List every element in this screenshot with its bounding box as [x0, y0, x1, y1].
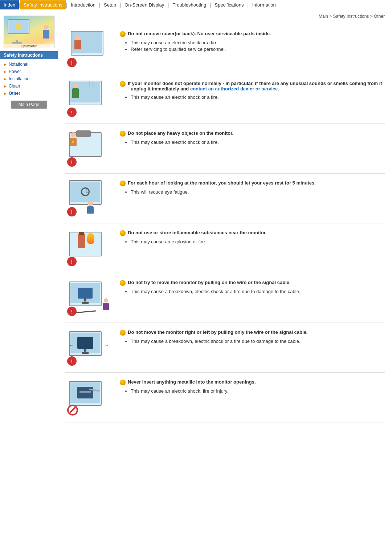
nav-index[interactable]: Index	[0, 0, 19, 9]
figure-2: !	[67, 81, 111, 117]
figure-7: ← → !	[67, 329, 111, 366]
section-text-5: Do not use or store inflammable substanc…	[120, 230, 385, 246]
gold-dot-icon	[120, 31, 126, 37]
arrow-icon: ►	[4, 70, 7, 74]
navbar: Index | Safety Instructions | Introducti…	[0, 0, 392, 10]
sidebar-image: SyncMaster	[4, 16, 54, 48]
figure-1: !	[67, 31, 111, 67]
figure-3: ✋ !	[67, 130, 111, 167]
bullet-list-4: This will reduce eye fatigue.	[131, 189, 385, 195]
section-item-4: ! For each hour of looking at the monito…	[65, 174, 385, 223]
breadcrumb: Main > Safety Instructions > Other	[65, 14, 385, 19]
nav-setup[interactable]: Setup	[100, 0, 120, 9]
nav-troubleshooting[interactable]: Troubleshooting	[169, 0, 210, 9]
section-image-7: ← → !	[65, 329, 113, 366]
section-title-5: Do not use or store inflammable substanc…	[120, 230, 385, 236]
bullet-item: Refer servicing to qualified service per…	[131, 46, 385, 52]
bullet-item: This may cause an explosion or fire.	[131, 239, 385, 244]
gold-dot-icon	[120, 81, 126, 87]
main-page-button[interactable]: Main Page	[11, 101, 47, 109]
section-item-1: ! Do not remove cover(or back). No user …	[65, 24, 385, 74]
section-title-6: Do not try to move the monitor by pullin…	[120, 280, 385, 286]
section-image-6: !	[65, 280, 113, 316]
page-layout: SyncMaster Safety Instructions ► Notatio…	[0, 10, 392, 551]
sidebar-link-clean[interactable]: ► Clean	[0, 82, 58, 90]
section-image-1: !	[65, 31, 113, 67]
bullet-list-1: This may cause an electric shock or a fi…	[131, 40, 385, 52]
section-title-1: Do not remove cover(or back). No user se…	[120, 31, 385, 37]
main-content: Main > Safety Instructions > Other !	[58, 10, 392, 551]
sidebar-link-notational[interactable]: ► Notational	[0, 61, 58, 68]
sidebar-link-installation[interactable]: ► Installation	[0, 75, 58, 82]
section-text-6: Do not try to move the monitor by pullin…	[120, 280, 385, 295]
section-item-7: ← → ! Do not move the monitor right or l…	[65, 323, 385, 373]
gold-dot-icon	[120, 181, 126, 186]
gold-dot-icon	[120, 131, 126, 137]
section-image-4: !	[65, 180, 113, 216]
sidebar-link-other[interactable]: ► Other	[0, 90, 58, 97]
arrow-icon: ►	[4, 77, 7, 81]
section-title-8: Never insert anything metallic into the …	[120, 379, 385, 385]
gold-dot-icon	[120, 230, 126, 236]
gold-dot-icon	[120, 280, 126, 286]
figure-8	[67, 379, 111, 416]
figure-5: !	[67, 230, 111, 266]
gold-dot-icon	[120, 330, 126, 336]
nav-safety[interactable]: Safety Instructions	[20, 0, 66, 9]
bullet-item: This will reduce eye fatigue.	[131, 189, 385, 195]
nav-information[interactable]: Information	[249, 0, 279, 9]
bullet-list-5: This may cause an explosion or fire.	[131, 239, 385, 244]
figure-6: !	[67, 280, 111, 316]
section-text-4: For each hour of looking at the monitor,…	[120, 180, 385, 196]
bullet-list-7: This may cause a breakdown, electric sho…	[131, 339, 385, 344]
section-item-8: Never insert anything metallic into the …	[65, 373, 385, 422]
sidebar-link-power[interactable]: ► Power	[0, 68, 58, 75]
section-item-2: ! If your monitor does not operate norma…	[65, 74, 385, 124]
section-text-1: Do not remove cover(or back). No user se…	[120, 31, 385, 53]
arrow-icon: ►	[4, 62, 7, 66]
bullet-item: This may cause an electric shock or a fi…	[131, 94, 385, 100]
bullet-item: This may cause an electric shock or a fi…	[131, 139, 385, 145]
section-title-3: Do not place any heavy objects on the mo…	[120, 130, 385, 137]
nav-specifications[interactable]: Specifications	[211, 0, 247, 9]
dealer-link[interactable]: contact an authorized dealer or service	[190, 86, 278, 92]
section-text-2: If your monitor does not operate normall…	[120, 81, 385, 101]
bullet-list-8: This may cause an electric shock, fire o…	[131, 388, 385, 394]
bullet-list-6: This may cause a breakdown, electric sho…	[131, 289, 385, 294]
section-image-8	[65, 379, 113, 416]
section-image-2: !	[65, 81, 113, 117]
sidebar: SyncMaster Safety Instructions ► Notatio…	[0, 10, 58, 551]
bullet-item: This may cause a breakdown, electric sho…	[131, 289, 385, 294]
arrow-icon: ►	[4, 84, 7, 88]
section-text-8: Never insert anything metallic into the …	[120, 379, 385, 395]
section-text-3: Do not place any heavy objects on the mo…	[120, 130, 385, 146]
section-image-3: ✋ !	[65, 130, 113, 167]
section-item-6: ! Do not try to move the monitor by pull…	[65, 273, 385, 323]
nav-osd[interactable]: On-Screen Display	[121, 0, 168, 9]
section-title-4: For each hour of looking at the monitor,…	[120, 180, 385, 186]
bullet-item: This may cause a breakdown, electric sho…	[131, 339, 385, 344]
bullet-item: This may cause an electric shock, fire o…	[131, 388, 385, 394]
section-item-5: ! Do not use or store inflammable substa…	[65, 223, 385, 273]
gold-dot-icon	[120, 380, 126, 385]
bullet-list-3: This may cause an electric shock or a fi…	[131, 139, 385, 145]
section-item-3: ✋ ! Do not place any heavy objects on th…	[65, 124, 385, 174]
arrow-icon: ►	[4, 92, 7, 96]
section-text-7: Do not move the monitor right or left by…	[120, 329, 385, 345]
sidebar-section-title: Safety Instructions	[0, 51, 58, 59]
sidebar-product-label: SyncMaster	[4, 44, 54, 48]
bullet-item: This may cause an electric shock or a fi…	[131, 40, 385, 45]
section-title-2: If your monitor does not operate normall…	[120, 81, 385, 92]
nav-introduction[interactable]: Introduction	[67, 0, 99, 9]
section-title-7: Do not move the monitor right or left by…	[120, 329, 385, 336]
bullet-list-2: This may cause an electric shock or a fi…	[131, 94, 385, 100]
figure-4: !	[67, 180, 111, 216]
section-image-5: !	[65, 230, 113, 266]
